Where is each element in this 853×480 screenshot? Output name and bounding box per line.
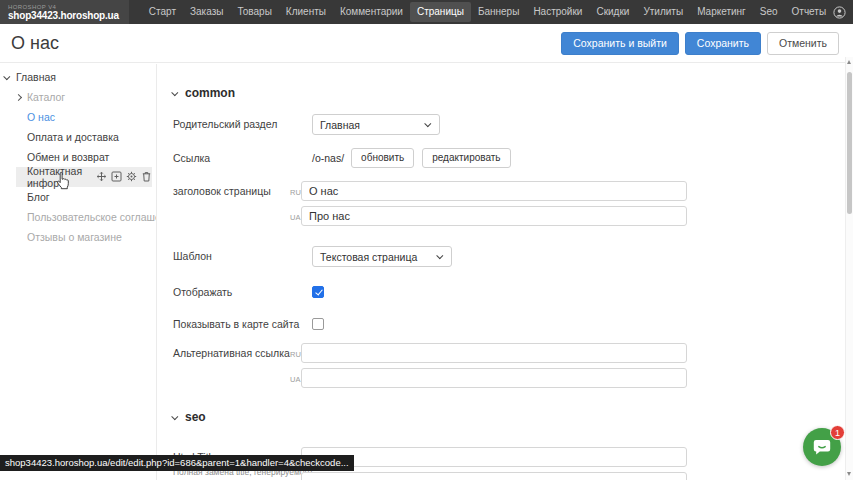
parent-section-row: Родительский раздел Главная: [173, 114, 853, 135]
brand-domain-label: shop34423.horoshop.ua: [8, 11, 119, 21]
parent-section-select[interactable]: Главная: [312, 114, 440, 135]
chat-unread-badge: 1: [830, 425, 845, 440]
menu-item-discounts[interactable]: Скидки: [589, 0, 636, 24]
tree-item-blog[interactable]: Блог: [0, 187, 156, 207]
lang-tag-ru: RU: [290, 343, 299, 363]
menu-item-utilities[interactable]: Утилиты: [636, 0, 690, 24]
link-row: Ссылка /o-nas/ обновить редактировать: [173, 148, 853, 168]
add-page-icon[interactable]: [111, 168, 122, 186]
page-edit-form: common Родительский раздел Главная Ссылк…: [157, 64, 853, 480]
link-update-button[interactable]: обновить: [351, 148, 414, 168]
tree-item-user-agreement[interactable]: Пользовательское соглашение: [0, 207, 156, 227]
brand-version-label: HOROSHOP V4: [8, 4, 119, 10]
alt-link-ru-input[interactable]: [301, 343, 687, 363]
save-and-exit-button[interactable]: Сохранить и выйти: [561, 32, 679, 55]
top-navigation-bar: HOROSHOP V4 shop34423.horoshop.ua Старт …: [0, 0, 853, 24]
tree-item-contact-info[interactable]: Контактная инфор: [16, 167, 152, 187]
settings-icon[interactable]: [126, 168, 137, 186]
sitemap-checkbox[interactable]: [312, 318, 324, 330]
chat-widget-button[interactable]: 1: [803, 428, 841, 466]
link-edit-button[interactable]: редактировать: [422, 148, 510, 168]
tree-item-exchange-return[interactable]: Обмен и возврат: [0, 147, 156, 167]
chevron-down-icon[interactable]: [3, 73, 10, 80]
page-title-row: заголовок страницы RU UA: [173, 181, 853, 226]
menu-item-start[interactable]: Старт: [142, 0, 183, 24]
sitemap-row: Показывать в карте сайта: [173, 317, 853, 330]
display-row: Отображать: [173, 285, 853, 298]
display-checkbox[interactable]: [312, 286, 324, 298]
page-title: О нас: [11, 33, 59, 54]
menu-item-seo[interactable]: Seo: [753, 0, 785, 24]
pages-tree-sidebar: Главная Каталог О нас Оплата и доставка …: [0, 64, 157, 480]
chevron-down-icon: [171, 413, 178, 420]
menu-item-comments[interactable]: Комментарии: [333, 0, 410, 24]
menu-item-pages[interactable]: Страницы: [410, 2, 471, 22]
template-row: Шаблон Текстовая страница: [173, 246, 853, 267]
link-status-bar: shop34423.horoshop.ua/edit/edit.php?id=6…: [0, 455, 354, 471]
chat-bubble-icon: [812, 438, 832, 457]
menu-item-orders[interactable]: Заказы: [183, 0, 230, 24]
tree-item-catalog[interactable]: Каталог: [0, 87, 156, 107]
brand-logo[interactable]: HOROSHOP V4 shop34423.horoshop.ua: [0, 0, 129, 24]
scrollbar-thumb[interactable]: [847, 72, 852, 214]
tree-item-about[interactable]: О нас: [0, 107, 156, 127]
lang-tag-ua: UA: [290, 206, 299, 226]
lang-tag-ua: UA: [290, 368, 299, 388]
scroll-up-arrow-icon[interactable]: [847, 60, 851, 64]
menu-item-clients[interactable]: Клиенты: [279, 0, 333, 24]
chevron-right-icon[interactable]: [15, 93, 22, 100]
page-header: О нас Сохранить и выйти Сохранить Отмени…: [0, 24, 853, 63]
html-title-ua-input[interactable]: [301, 472, 687, 480]
move-icon[interactable]: [96, 168, 107, 186]
section-seo-header[interactable]: seo: [173, 410, 853, 424]
template-select[interactable]: Текстовая страница: [312, 246, 452, 267]
menu-item-marketing[interactable]: Маркетинг: [690, 0, 753, 24]
tree-item-home[interactable]: Главная: [0, 67, 156, 87]
cancel-button[interactable]: Отменить: [767, 32, 839, 55]
menu-item-settings[interactable]: Настройки: [526, 0, 589, 24]
alt-link-row: Альтернативная ссылка RU UA: [173, 343, 853, 388]
page-title-ru-input[interactable]: [301, 181, 687, 201]
lang-tag-ua: UA: [290, 472, 299, 480]
vertical-scrollbar[interactable]: [845, 57, 853, 480]
account-icon[interactable]: [833, 6, 846, 19]
lang-tag-ru: RU: [290, 181, 299, 201]
delete-icon[interactable]: [141, 168, 152, 186]
save-button[interactable]: Сохранить: [685, 32, 761, 55]
alt-link-ua-input[interactable]: [301, 368, 687, 388]
html-title-ru-input[interactable]: [301, 447, 687, 467]
chevron-down-icon: [436, 252, 443, 259]
tree-item-store-reviews[interactable]: Отзывы о магазине: [0, 227, 156, 247]
tree-item-payment-delivery[interactable]: Оплата и доставка: [0, 127, 156, 147]
chevron-down-icon: [424, 120, 431, 127]
chevron-down-icon: [171, 89, 178, 96]
scroll-down-arrow-icon[interactable]: [847, 472, 851, 476]
section-common-header[interactable]: common: [173, 86, 853, 100]
menu-item-reports[interactable]: Отчеты: [785, 0, 834, 24]
link-path-value: /o-nas/: [312, 148, 344, 164]
menu-item-banners[interactable]: Баннеры: [471, 0, 526, 24]
menu-item-products[interactable]: Товары: [230, 0, 278, 24]
page-title-ua-input[interactable]: [301, 206, 687, 226]
main-menu: Старт Заказы Товары Клиенты Комментарии …: [142, 0, 833, 24]
